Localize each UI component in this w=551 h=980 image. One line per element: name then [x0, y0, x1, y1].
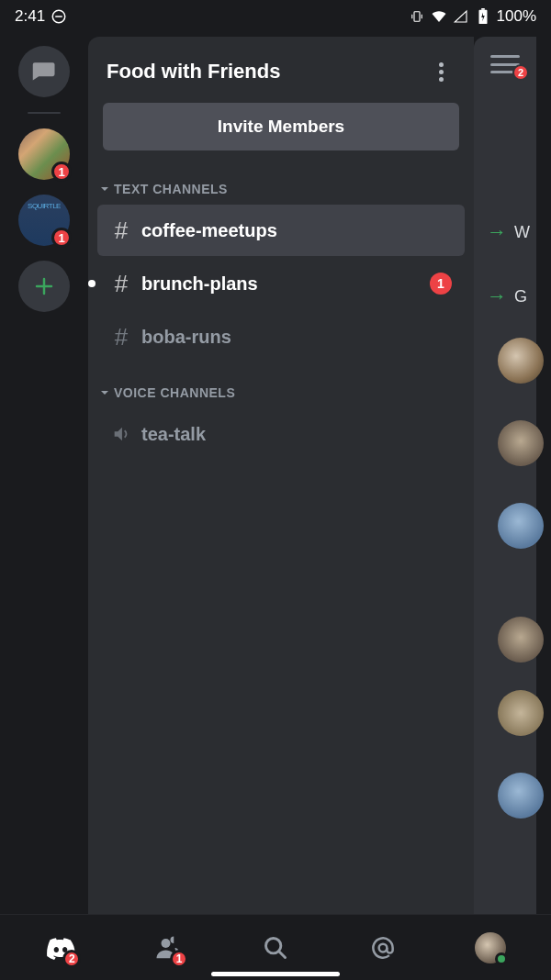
speaker-icon — [110, 423, 132, 445]
svg-rect-2 — [414, 12, 420, 22]
server-badge: 1 — [51, 161, 72, 182]
bottom-navigation: 2 1 — [0, 914, 551, 980]
svg-rect-6 — [481, 8, 485, 10]
chevron-down-icon — [99, 387, 110, 398]
arrow-right-icon: → — [487, 284, 507, 308]
direct-messages-button[interactable] — [18, 46, 70, 97]
text-channels-header[interactable]: TEXT CHANNELS — [88, 173, 474, 204]
channel-name: coffee-meetups — [141, 220, 452, 241]
server-menu-button[interactable] — [426, 57, 455, 86]
signal-icon — [453, 8, 469, 25]
status-online-indicator — [495, 952, 508, 965]
channel-brunch-plans[interactable]: # brunch-plans 1 — [97, 258, 465, 309]
members-toggle-button[interactable]: 2 — [490, 55, 520, 73]
chevron-down-icon — [99, 184, 110, 195]
server-icon[interactable]: 1 — [18, 195, 70, 246]
avatar[interactable] — [498, 420, 544, 466]
nav-discord-button[interactable]: 2 — [35, 922, 86, 974]
server-badge: 1 — [51, 228, 72, 248]
hash-icon: # — [110, 270, 132, 298]
hash-icon: # — [110, 217, 132, 245]
server-header[interactable]: Food with Friends — [88, 37, 474, 103]
avatar[interactable] — [498, 773, 544, 819]
peek-row: → G — [474, 273, 536, 319]
nav-search-button[interactable] — [250, 922, 301, 974]
arrow-right-icon: → — [487, 220, 507, 244]
chat-peek-panel[interactable]: 2 → W → G — [474, 37, 536, 914]
channel-name: tea-talk — [141, 424, 452, 445]
unread-indicator — [88, 280, 96, 287]
server-rail: 1 1 — [0, 33, 88, 914]
status-bar: 2:41 100% — [0, 0, 551, 33]
channel-coffee-meetups[interactable]: # coffee-meetups — [97, 205, 465, 256]
svg-line-11 — [278, 951, 285, 957]
channel-name: brunch-plans — [141, 273, 421, 295]
do-not-disturb-icon — [51, 8, 67, 25]
members-badge: 2 — [512, 64, 529, 81]
wifi-icon — [431, 8, 447, 25]
nav-mentions-button[interactable] — [357, 922, 409, 974]
avatar — [475, 932, 506, 963]
voice-channels-header[interactable]: VOICE CHANNELS — [88, 376, 474, 407]
nav-badge: 2 — [62, 950, 81, 968]
add-server-button[interactable] — [18, 261, 70, 312]
nav-friends-button[interactable]: 1 — [142, 922, 194, 974]
hash-icon: # — [110, 323, 132, 351]
peek-row: → W — [474, 209, 536, 255]
svg-point-12 — [378, 943, 387, 952]
nav-profile-button[interactable] — [465, 922, 516, 974]
avatar[interactable] — [498, 617, 544, 663]
status-time: 2:41 — [15, 7, 45, 26]
home-indicator — [211, 972, 340, 976]
avatar[interactable] — [498, 503, 544, 549]
channel-name: boba-runs — [141, 327, 452, 348]
voice-channel-tea-talk[interactable]: tea-talk — [97, 408, 465, 460]
nav-badge: 1 — [170, 950, 188, 968]
server-icon[interactable]: 1 — [18, 128, 70, 180]
channel-boba-runs[interactable]: # boba-runs — [97, 311, 465, 362]
battery-icon — [475, 8, 491, 25]
server-title: Food with Friends — [107, 60, 280, 84]
avatar[interactable] — [498, 338, 544, 384]
svg-point-9 — [162, 939, 171, 948]
channel-panel: Food with Friends Invite Members TEXT CH… — [88, 37, 474, 914]
mention-badge: 1 — [430, 273, 452, 295]
vibrate-icon — [409, 8, 425, 25]
battery-percent: 100% — [497, 7, 536, 26]
invite-members-button[interactable]: Invite Members — [103, 103, 459, 150]
rail-divider — [28, 112, 61, 114]
avatar[interactable] — [498, 690, 544, 736]
